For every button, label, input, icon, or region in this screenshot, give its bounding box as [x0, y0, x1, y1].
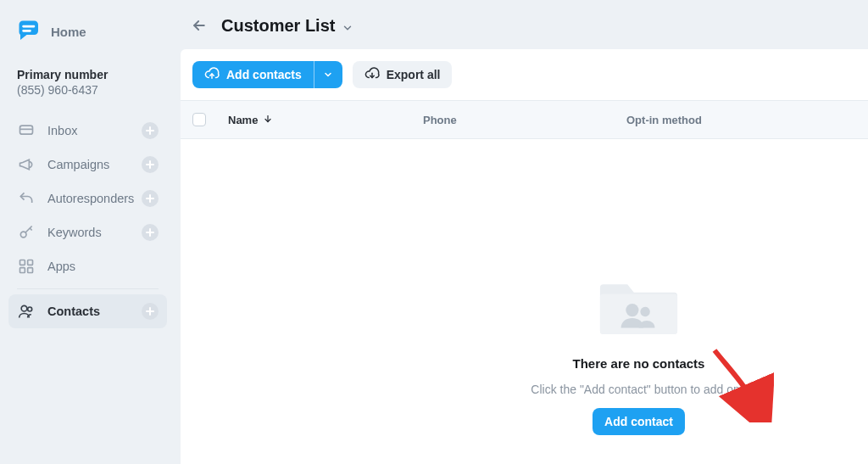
column-header-name[interactable]: Name — [228, 114, 423, 126]
primary-number-label: Primary number — [17, 68, 159, 81]
column-name-label: Name — [228, 114, 258, 126]
svg-rect-6 — [20, 268, 25, 273]
sidebar-item-label: Inbox — [47, 124, 142, 137]
column-phone-label: Phone — [423, 114, 457, 126]
add-icon[interactable] — [142, 303, 159, 320]
svg-point-11 — [640, 307, 649, 316]
megaphone-icon — [17, 155, 36, 174]
svg-point-9 — [28, 307, 32, 311]
select-all-cell — [192, 113, 228, 126]
add-icon[interactable] — [142, 224, 159, 241]
svg-rect-7 — [28, 268, 33, 273]
sidebar-item-label: Contacts — [47, 305, 142, 318]
add-contacts-caret[interactable] — [314, 61, 342, 88]
sidebar-item-apps[interactable]: Apps — [8, 249, 167, 283]
brand-logo — [15, 17, 41, 46]
add-contact-button[interactable]: Add contact — [593, 408, 685, 435]
svg-rect-5 — [28, 260, 33, 266]
sidebar-item-label: Apps — [47, 260, 159, 273]
svg-rect-2 — [20, 126, 33, 134]
chevron-down-icon — [342, 19, 355, 32]
sidebar-item-keywords[interactable]: Keywords — [8, 215, 167, 249]
apps-icon — [17, 257, 36, 276]
cloud-download-icon — [364, 66, 380, 84]
back-button[interactable] — [189, 15, 209, 36]
sidebar: Home Primary number (855) 960-6437 Inbox… — [0, 0, 175, 464]
key-icon — [17, 223, 36, 242]
sidebar-item-label: Autoresponders — [47, 192, 142, 205]
column-optin-label: Opt-in method — [626, 114, 702, 126]
empty-folder-icon — [598, 270, 679, 341]
select-all-checkbox[interactable] — [192, 113, 206, 126]
add-contacts-split-button: Add contacts — [192, 61, 342, 88]
svg-point-3 — [20, 232, 26, 238]
sidebar-item-autoresponders[interactable]: Autoresponders — [8, 182, 167, 215]
add-icon[interactable] — [142, 122, 159, 139]
primary-number-block: Primary number (855) 960-6437 — [8, 56, 167, 109]
nav-list: Inbox Campaigns Autoresponders — [8, 114, 167, 328]
add-contacts-label: Add contacts — [226, 68, 302, 81]
add-contacts-button[interactable]: Add contacts — [192, 61, 314, 88]
add-icon[interactable] — [142, 156, 159, 173]
reply-icon — [17, 189, 36, 208]
column-header-phone[interactable]: Phone — [423, 114, 626, 126]
export-all-button[interactable]: Export all — [353, 61, 453, 88]
column-header-optin[interactable]: Opt-in method — [626, 114, 856, 126]
contacts-icon — [17, 302, 36, 321]
svg-rect-4 — [20, 260, 25, 266]
sort-desc-icon — [263, 114, 273, 126]
svg-point-8 — [21, 305, 27, 311]
home-link[interactable]: Home — [51, 25, 86, 39]
empty-title: There are no contacts — [573, 356, 705, 371]
main: Customer List Add contacts — [175, 0, 868, 464]
empty-state: There are no contacts Click the "Add con… — [181, 139, 868, 464]
svg-rect-0 — [22, 25, 35, 28]
svg-point-10 — [626, 304, 638, 316]
divider — [17, 288, 159, 289]
add-icon[interactable] — [142, 190, 159, 207]
sidebar-item-campaigns[interactable]: Campaigns — [8, 148, 167, 182]
svg-rect-1 — [22, 30, 31, 32]
inbox-icon — [17, 121, 36, 140]
sidebar-item-label: Keywords — [47, 226, 142, 239]
primary-number-value: (855) 960-6437 — [17, 83, 159, 97]
sidebar-item-inbox[interactable]: Inbox — [8, 114, 167, 148]
table-header: Name Phone Opt-in method — [181, 100, 868, 139]
brand-row: Home — [8, 15, 167, 56]
export-all-label: Export all — [387, 68, 441, 81]
page-title-dropdown[interactable]: Customer List — [221, 16, 355, 36]
cloud-upload-icon — [204, 66, 220, 84]
content: Add contacts Export all — [181, 49, 868, 464]
title-row: Customer List — [175, 0, 868, 49]
sidebar-item-label: Campaigns — [47, 158, 142, 171]
toolbar: Add contacts Export all — [181, 49, 868, 100]
sidebar-item-contacts[interactable]: Contacts — [8, 294, 167, 328]
empty-subtitle: Click the "Add contact" button to add on… — [531, 383, 746, 396]
page-title: Customer List — [221, 16, 335, 36]
